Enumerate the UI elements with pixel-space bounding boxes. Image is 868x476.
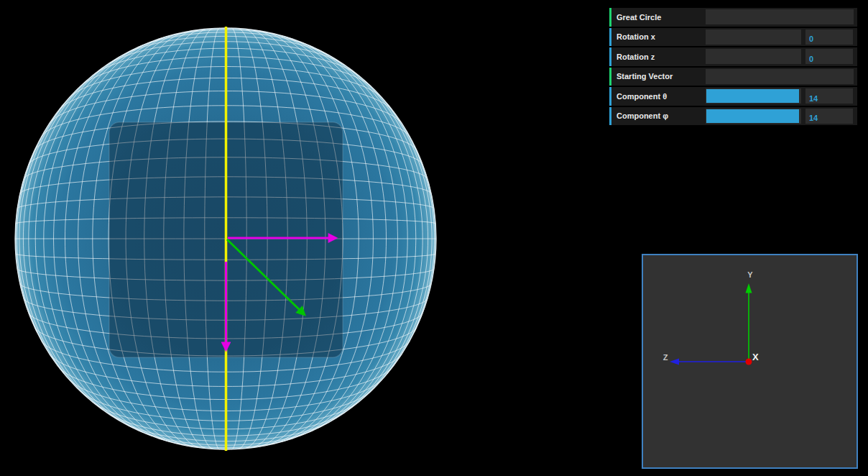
control-panel: Great Circle Rotation x Rotation z bbox=[609, 8, 857, 127]
controller-label: Rotation x bbox=[611, 32, 706, 41]
z-axis-label: Z bbox=[663, 353, 668, 362]
component-value[interactable] bbox=[805, 88, 853, 104]
controller-row-great-circle: Great Circle bbox=[609, 8, 857, 27]
controller-label: Rotation z bbox=[611, 52, 706, 61]
x-axis-dot bbox=[746, 359, 752, 365]
slider-fill bbox=[706, 109, 799, 123]
component-slider[interactable] bbox=[706, 109, 801, 124]
starting-vector-text-input[interactable] bbox=[706, 69, 854, 84]
component-slider[interactable] bbox=[706, 88, 801, 104]
controller-label: Component θ bbox=[611, 92, 706, 101]
y-axis-label: Y bbox=[747, 270, 753, 279]
great-circle-text-input[interactable] bbox=[706, 9, 854, 24]
controller-label: Component φ bbox=[611, 111, 706, 120]
orientation-gizmo: Y Z X bbox=[643, 255, 857, 467]
x-axis-label: X bbox=[752, 352, 759, 362]
controller-label: Starting Vector bbox=[611, 72, 706, 81]
slider-fill bbox=[706, 89, 799, 103]
y-axis-arrowhead bbox=[746, 283, 752, 293]
controller-label: Great Circle bbox=[611, 13, 706, 22]
orientation-gizmo-panel: Y Z X bbox=[642, 254, 858, 469]
controller-row-starting-vector: Starting Vector bbox=[609, 68, 857, 86]
controller-row-component: Component θ bbox=[609, 87, 857, 106]
component-value[interactable] bbox=[805, 109, 853, 124]
controller-row-rotation-z: Rotation z bbox=[609, 47, 857, 66]
controller-row-component: Component φ bbox=[609, 107, 857, 126]
z-axis-arrowhead bbox=[670, 359, 679, 365]
controller-row-rotation-x: Rotation x bbox=[609, 28, 857, 47]
rotation-z-slider[interactable] bbox=[706, 49, 801, 64]
rotation-x-value[interactable] bbox=[805, 29, 853, 45]
rotation-x-slider[interactable] bbox=[706, 29, 801, 45]
rotation-z-value[interactable] bbox=[805, 49, 853, 64]
